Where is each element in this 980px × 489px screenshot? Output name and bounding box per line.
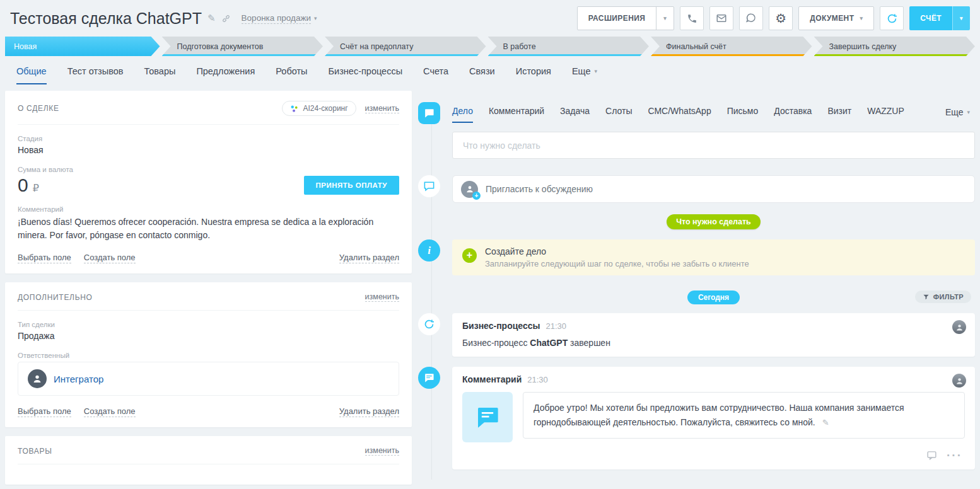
tab-links[interactable]: Связи [469, 66, 495, 84]
timeline-tab-activity[interactable]: Дело [452, 106, 473, 123]
settings-button[interactable]: ⚙ [769, 6, 793, 30]
edit-about-link[interactable]: изменить [365, 104, 399, 113]
call-button[interactable] [680, 6, 704, 30]
comment-message-text: Доброе утро! Мы хотели бы предложить вам… [534, 403, 904, 427]
deal-details-column: О СДЕЛКЕ AI24-скоринг изменить Стадия Но… [5, 91, 412, 489]
select-field-link[interactable]: Выбрать поле [18, 406, 71, 417]
create-field-link[interactable]: Создать поле [84, 253, 136, 263]
stage-underline [814, 54, 976, 56]
filter-button[interactable]: ФИЛЬТР [915, 291, 971, 303]
content-area: О СДЕЛКЕ AI24-скоринг изменить Стадия Но… [0, 84, 980, 489]
stage-label: Счёт на предоплату [340, 42, 413, 51]
stage-final-invoice[interactable]: Финальный счёт [651, 37, 812, 56]
entry-title: Комментарий [462, 374, 522, 384]
todo-input[interactable] [452, 132, 975, 159]
chat-button[interactable] [739, 6, 763, 30]
select-field-link[interactable]: Выбрать поле [18, 253, 71, 263]
stage-in-progress[interactable]: В работе [488, 37, 650, 56]
stage-underline [488, 54, 650, 56]
tab-business-processes[interactable]: Бизнес-процессы [329, 66, 403, 84]
filter-label: ФИЛЬТР [933, 293, 964, 301]
card-header: ДОПОЛНИТЕЛЬНО изменить [18, 292, 399, 311]
timeline-tab-more[interactable]: Еще ▾ [945, 107, 975, 123]
invite-to-discussion[interactable]: + Пригласить к обсуждению [452, 175, 975, 203]
create-field-link[interactable]: Создать поле [84, 406, 136, 417]
business-process-icon [886, 13, 898, 25]
reply-comment-icon[interactable] [926, 450, 937, 461]
entry-text-prefix: Бизнес-процесс [462, 338, 530, 348]
copy-link-icon[interactable] [221, 14, 231, 23]
more-actions-icon[interactable]: ··· [947, 452, 962, 459]
tab-quotes[interactable]: Предложения [196, 66, 255, 84]
invite-avatar-icon: + [461, 181, 478, 198]
extensions-label[interactable]: РАСШИРЕНИЯ [578, 7, 656, 30]
timeline-tab-task[interactable]: Задача [560, 106, 590, 123]
edit-products-link[interactable]: изменить [365, 446, 399, 456]
envelope-icon [716, 13, 727, 24]
timeline-entry-card[interactable]: Комментарий 21:30 Доброе утро! Мы хотели [452, 367, 975, 469]
tab-history[interactable]: История [516, 66, 551, 84]
add-activity-button[interactable]: + [462, 248, 477, 263]
chevron-down-icon: ▾ [967, 110, 970, 115]
tab-products[interactable]: Товары [144, 66, 175, 84]
stage-new[interactable]: Новая [5, 37, 160, 56]
extensions-dropdown-toggle[interactable]: ▾ [656, 7, 674, 30]
timeline-tab-mail[interactable]: Письмо [727, 106, 759, 123]
field-label: Стадия [18, 135, 399, 142]
card-title: ТОВАРЫ [18, 447, 52, 456]
automation-button[interactable] [880, 6, 904, 30]
stage-prepay-invoice[interactable]: Счёт на предоплату [325, 37, 486, 56]
deal-tabs: Общие Тест отзывов Товары Предложения Ро… [0, 56, 980, 84]
avatar [952, 320, 966, 334]
timeline-tab-delivery[interactable]: Доставка [774, 106, 812, 123]
field-label: Тип сделки [18, 321, 399, 328]
timeline-entry-card[interactable]: Бизнес-процессы 21:30 Бизнес-процесс Cha… [452, 313, 975, 357]
extensions-button[interactable]: РАСШИРЕНИЯ ▾ [577, 6, 675, 30]
card-header: ТОВАРЫ изменить [18, 446, 399, 464]
stage-close-deal[interactable]: Завершить сделку [814, 37, 976, 56]
invoice-button[interactable]: СЧЁТ ▾ [909, 6, 970, 30]
business-process-icon [418, 313, 440, 335]
currency-symbol: ₽ [33, 182, 39, 194]
gear-icon: ⚙ [775, 11, 786, 26]
edit-additional-link[interactable]: изменить [365, 292, 399, 302]
timeline-tab-wazzup[interactable]: WAZZUP [867, 106, 904, 123]
chevron-down-icon: ▾ [860, 16, 863, 21]
ai-scoring-badge[interactable]: AI24-скоринг [282, 101, 356, 116]
invoice-dropdown-toggle[interactable]: ▾ [952, 6, 970, 30]
field-stage: Стадия Новая [18, 135, 399, 155]
document-button[interactable]: ДОКУМЕНТ ▾ [798, 6, 874, 30]
delete-section-link[interactable]: Удалить раздел [339, 253, 399, 263]
tab-invoices[interactable]: Счета [423, 66, 448, 84]
accept-payment-button[interactable]: ПРИНЯТЬ ОПЛАТУ [304, 176, 399, 195]
document-label: ДОКУМЕНТ [810, 14, 854, 23]
tab-robots[interactable]: Роботы [276, 66, 307, 84]
timeline-tab-sms-whatsapp[interactable]: СМС/WhatsApp [648, 106, 711, 123]
responsible-user-link[interactable]: Интегратор [54, 374, 103, 384]
chevron-down-icon: ▾ [594, 69, 597, 74]
edit-comment-icon[interactable]: ✎ [822, 418, 829, 427]
title-area: Тестовая сделка ChatGPT ✎ Воронка продаж… [10, 9, 317, 28]
timeline-entry-business-process: Бизнес-процессы 21:30 Бизнес-процесс Cha… [418, 313, 975, 357]
field-amount: Сумма и валюта 0 ₽ ПРИНЯТЬ ОПЛАТУ [18, 166, 399, 195]
invoice-label[interactable]: СЧЁТ [909, 6, 952, 30]
sales-funnel-selector[interactable]: Воронка продажи ▾ [242, 13, 317, 24]
tab-more[interactable]: Еще ▾ [572, 66, 597, 84]
amount-value: 0 [18, 176, 28, 195]
edit-title-icon[interactable]: ✎ [207, 13, 216, 24]
timeline-tab-visit[interactable]: Визит [827, 106, 851, 123]
products-card: ТОВАРЫ изменить [5, 436, 412, 485]
timeline-tab-comment[interactable]: Комментарий [489, 106, 544, 123]
today-badge: Сегодня [687, 291, 740, 304]
email-button[interactable] [709, 6, 733, 30]
tab-general[interactable]: Общие [16, 66, 47, 84]
comment-message-box: Доброе утро! Мы хотели бы предложить вам… [523, 392, 965, 439]
ai-scoring-icon [290, 105, 298, 113]
tab-reviews-test[interactable]: Тест отзывов [67, 66, 124, 84]
delete-section-link[interactable]: Удалить раздел [339, 406, 399, 417]
avatar [28, 369, 47, 388]
funnel-icon [923, 294, 930, 301]
timeline-tab-slots[interactable]: Слоты [605, 106, 632, 123]
stage-docs[interactable]: Подготовка документов [162, 37, 324, 56]
field-comment: Комментарий ¡Buenos días! Queremos ofrec… [18, 205, 399, 242]
